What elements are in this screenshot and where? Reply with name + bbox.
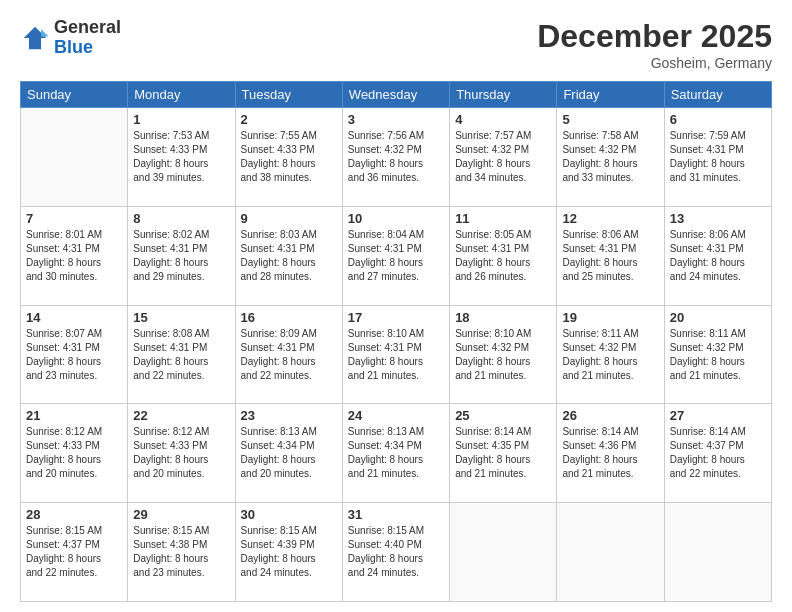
day-number: 4 bbox=[455, 112, 551, 127]
calendar-cell: 18Sunrise: 8:10 AM Sunset: 4:32 PM Dayli… bbox=[450, 305, 557, 404]
svg-marker-0 bbox=[24, 27, 47, 50]
calendar-week-row: 1Sunrise: 7:53 AM Sunset: 4:33 PM Daylig… bbox=[21, 108, 772, 207]
calendar-cell: 24Sunrise: 8:13 AM Sunset: 4:34 PM Dayli… bbox=[342, 404, 449, 503]
day-info: Sunrise: 8:15 AM Sunset: 4:38 PM Dayligh… bbox=[133, 524, 229, 580]
day-number: 14 bbox=[26, 310, 122, 325]
day-info: Sunrise: 8:05 AM Sunset: 4:31 PM Dayligh… bbox=[455, 228, 551, 284]
title-block: December 2025 Gosheim, Germany bbox=[537, 18, 772, 71]
day-info: Sunrise: 8:10 AM Sunset: 4:32 PM Dayligh… bbox=[455, 327, 551, 383]
calendar-cell: 21Sunrise: 8:12 AM Sunset: 4:33 PM Dayli… bbox=[21, 404, 128, 503]
calendar: SundayMondayTuesdayWednesdayThursdayFrid… bbox=[20, 81, 772, 602]
weekday-header: Thursday bbox=[450, 82, 557, 108]
day-number: 27 bbox=[670, 408, 766, 423]
day-number: 6 bbox=[670, 112, 766, 127]
calendar-cell: 4Sunrise: 7:57 AM Sunset: 4:32 PM Daylig… bbox=[450, 108, 557, 207]
calendar-cell bbox=[450, 503, 557, 602]
page: General Blue December 2025 Gosheim, Germ… bbox=[0, 0, 792, 612]
calendar-cell: 10Sunrise: 8:04 AM Sunset: 4:31 PM Dayli… bbox=[342, 206, 449, 305]
svg-marker-1 bbox=[41, 29, 49, 37]
day-number: 16 bbox=[241, 310, 337, 325]
weekday-header: Friday bbox=[557, 82, 664, 108]
calendar-cell: 9Sunrise: 8:03 AM Sunset: 4:31 PM Daylig… bbox=[235, 206, 342, 305]
day-info: Sunrise: 7:59 AM Sunset: 4:31 PM Dayligh… bbox=[670, 129, 766, 185]
day-number: 17 bbox=[348, 310, 444, 325]
calendar-cell: 15Sunrise: 8:08 AM Sunset: 4:31 PM Dayli… bbox=[128, 305, 235, 404]
calendar-cell: 11Sunrise: 8:05 AM Sunset: 4:31 PM Dayli… bbox=[450, 206, 557, 305]
calendar-cell bbox=[664, 503, 771, 602]
day-info: Sunrise: 8:08 AM Sunset: 4:31 PM Dayligh… bbox=[133, 327, 229, 383]
calendar-week-row: 14Sunrise: 8:07 AM Sunset: 4:31 PM Dayli… bbox=[21, 305, 772, 404]
calendar-week-row: 7Sunrise: 8:01 AM Sunset: 4:31 PM Daylig… bbox=[21, 206, 772, 305]
day-info: Sunrise: 8:06 AM Sunset: 4:31 PM Dayligh… bbox=[562, 228, 658, 284]
day-info: Sunrise: 8:14 AM Sunset: 4:36 PM Dayligh… bbox=[562, 425, 658, 481]
calendar-week-row: 28Sunrise: 8:15 AM Sunset: 4:37 PM Dayli… bbox=[21, 503, 772, 602]
calendar-cell: 5Sunrise: 7:58 AM Sunset: 4:32 PM Daylig… bbox=[557, 108, 664, 207]
day-number: 2 bbox=[241, 112, 337, 127]
day-number: 23 bbox=[241, 408, 337, 423]
calendar-cell: 16Sunrise: 8:09 AM Sunset: 4:31 PM Dayli… bbox=[235, 305, 342, 404]
calendar-cell: 17Sunrise: 8:10 AM Sunset: 4:31 PM Dayli… bbox=[342, 305, 449, 404]
calendar-cell: 7Sunrise: 8:01 AM Sunset: 4:31 PM Daylig… bbox=[21, 206, 128, 305]
calendar-cell: 19Sunrise: 8:11 AM Sunset: 4:32 PM Dayli… bbox=[557, 305, 664, 404]
weekday-header: Tuesday bbox=[235, 82, 342, 108]
day-number: 29 bbox=[133, 507, 229, 522]
day-number: 15 bbox=[133, 310, 229, 325]
calendar-cell: 3Sunrise: 7:56 AM Sunset: 4:32 PM Daylig… bbox=[342, 108, 449, 207]
day-number: 28 bbox=[26, 507, 122, 522]
day-info: Sunrise: 8:12 AM Sunset: 4:33 PM Dayligh… bbox=[133, 425, 229, 481]
day-number: 12 bbox=[562, 211, 658, 226]
calendar-week-row: 21Sunrise: 8:12 AM Sunset: 4:33 PM Dayli… bbox=[21, 404, 772, 503]
day-info: Sunrise: 8:02 AM Sunset: 4:31 PM Dayligh… bbox=[133, 228, 229, 284]
day-info: Sunrise: 8:09 AM Sunset: 4:31 PM Dayligh… bbox=[241, 327, 337, 383]
calendar-cell: 28Sunrise: 8:15 AM Sunset: 4:37 PM Dayli… bbox=[21, 503, 128, 602]
day-info: Sunrise: 8:12 AM Sunset: 4:33 PM Dayligh… bbox=[26, 425, 122, 481]
calendar-cell: 1Sunrise: 7:53 AM Sunset: 4:33 PM Daylig… bbox=[128, 108, 235, 207]
day-number: 8 bbox=[133, 211, 229, 226]
logo-text: General Blue bbox=[54, 18, 121, 58]
day-info: Sunrise: 8:03 AM Sunset: 4:31 PM Dayligh… bbox=[241, 228, 337, 284]
calendar-cell: 30Sunrise: 8:15 AM Sunset: 4:39 PM Dayli… bbox=[235, 503, 342, 602]
day-number: 13 bbox=[670, 211, 766, 226]
calendar-cell bbox=[21, 108, 128, 207]
day-number: 21 bbox=[26, 408, 122, 423]
weekday-header: Monday bbox=[128, 82, 235, 108]
day-info: Sunrise: 8:04 AM Sunset: 4:31 PM Dayligh… bbox=[348, 228, 444, 284]
day-number: 20 bbox=[670, 310, 766, 325]
day-number: 11 bbox=[455, 211, 551, 226]
day-number: 30 bbox=[241, 507, 337, 522]
day-number: 10 bbox=[348, 211, 444, 226]
day-info: Sunrise: 8:11 AM Sunset: 4:32 PM Dayligh… bbox=[562, 327, 658, 383]
day-info: Sunrise: 8:15 AM Sunset: 4:37 PM Dayligh… bbox=[26, 524, 122, 580]
day-info: Sunrise: 7:56 AM Sunset: 4:32 PM Dayligh… bbox=[348, 129, 444, 185]
day-info: Sunrise: 8:10 AM Sunset: 4:31 PM Dayligh… bbox=[348, 327, 444, 383]
weekday-header-row: SundayMondayTuesdayWednesdayThursdayFrid… bbox=[21, 82, 772, 108]
calendar-cell: 22Sunrise: 8:12 AM Sunset: 4:33 PM Dayli… bbox=[128, 404, 235, 503]
calendar-cell: 26Sunrise: 8:14 AM Sunset: 4:36 PM Dayli… bbox=[557, 404, 664, 503]
calendar-cell bbox=[557, 503, 664, 602]
day-info: Sunrise: 7:55 AM Sunset: 4:33 PM Dayligh… bbox=[241, 129, 337, 185]
day-info: Sunrise: 8:14 AM Sunset: 4:35 PM Dayligh… bbox=[455, 425, 551, 481]
day-number: 26 bbox=[562, 408, 658, 423]
day-number: 1 bbox=[133, 112, 229, 127]
weekday-header: Sunday bbox=[21, 82, 128, 108]
logo: General Blue bbox=[20, 18, 121, 58]
day-info: Sunrise: 8:15 AM Sunset: 4:40 PM Dayligh… bbox=[348, 524, 444, 580]
day-info: Sunrise: 8:15 AM Sunset: 4:39 PM Dayligh… bbox=[241, 524, 337, 580]
calendar-cell: 29Sunrise: 8:15 AM Sunset: 4:38 PM Dayli… bbox=[128, 503, 235, 602]
day-number: 5 bbox=[562, 112, 658, 127]
day-number: 3 bbox=[348, 112, 444, 127]
calendar-cell: 12Sunrise: 8:06 AM Sunset: 4:31 PM Dayli… bbox=[557, 206, 664, 305]
day-number: 18 bbox=[455, 310, 551, 325]
day-number: 22 bbox=[133, 408, 229, 423]
calendar-cell: 13Sunrise: 8:06 AM Sunset: 4:31 PM Dayli… bbox=[664, 206, 771, 305]
day-number: 19 bbox=[562, 310, 658, 325]
logo-icon bbox=[20, 23, 50, 53]
day-info: Sunrise: 8:13 AM Sunset: 4:34 PM Dayligh… bbox=[241, 425, 337, 481]
calendar-cell: 23Sunrise: 8:13 AM Sunset: 4:34 PM Dayli… bbox=[235, 404, 342, 503]
location-title: Gosheim, Germany bbox=[537, 55, 772, 71]
day-info: Sunrise: 8:14 AM Sunset: 4:37 PM Dayligh… bbox=[670, 425, 766, 481]
day-info: Sunrise: 7:53 AM Sunset: 4:33 PM Dayligh… bbox=[133, 129, 229, 185]
day-number: 24 bbox=[348, 408, 444, 423]
day-number: 7 bbox=[26, 211, 122, 226]
day-info: Sunrise: 8:01 AM Sunset: 4:31 PM Dayligh… bbox=[26, 228, 122, 284]
